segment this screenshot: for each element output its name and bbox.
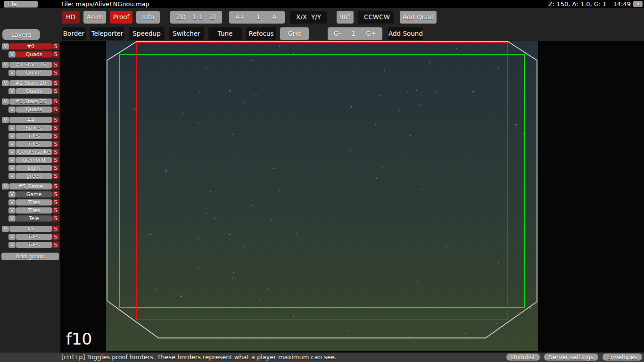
flip-x-button[interactable]: X/X [296, 11, 307, 24]
layer-solo-button[interactable]: S [52, 149, 59, 155]
group-solo-button[interactable]: S [52, 117, 59, 123]
layer-solo-button[interactable]: S [52, 191, 59, 197]
layer-visibility-checkbox[interactable]: V [8, 199, 16, 206]
rotate-cw-button[interactable]: CW [379, 11, 390, 24]
group-visibility-checkbox[interactable]: V [2, 62, 9, 68]
layer-visibility-checkbox[interactable]: V [8, 88, 16, 94]
layer-visibility-checkbox[interactable]: V [8, 207, 16, 214]
layer-visibility-checkbox[interactable]: V [8, 215, 16, 222]
refocus-button[interactable]: Refocus [246, 27, 276, 40]
group-visibility-checkbox[interactable]: V [2, 183, 9, 189]
layer-name[interactable]: Quads [16, 107, 52, 113]
layer-name[interactable]: Quads [16, 51, 52, 58]
layer-solo-button[interactable]: S [52, 70, 59, 76]
grid-decrease-button[interactable]: G- [334, 27, 341, 40]
rotate-90-button[interactable]: 90° [337, 11, 354, 24]
group-solo-button[interactable]: S [52, 43, 59, 49]
anim-speed-down-button[interactable]: A- [272, 11, 279, 24]
group-solo-button[interactable]: S [52, 99, 59, 105]
layer-solo-button[interactable]: S [52, 157, 59, 163]
layer-solo-button[interactable]: S [52, 107, 59, 113]
layer-solo-button[interactable]: S [52, 141, 59, 147]
layer-solo-button[interactable]: S [52, 165, 59, 171]
layer-name[interactable]: Tiles [16, 133, 52, 139]
tune-button[interactable]: Tune [208, 27, 242, 40]
layer-visibility-checkbox[interactable]: V [8, 141, 16, 147]
group-solo-button[interactable]: S [52, 226, 59, 232]
layer-visibility-checkbox[interactable]: V [8, 51, 16, 58]
layer-visibility-checkbox[interactable]: V [8, 107, 16, 113]
anim-toggle[interactable]: Anim [83, 11, 106, 24]
layer-visibility-checkbox[interactable]: V [8, 191, 16, 197]
layer-visibility-checkbox[interactable]: V [8, 70, 16, 76]
server-settings-button[interactable]: Server settings [544, 354, 598, 361]
file-menu-button[interactable]: File [4, 1, 38, 8]
layer-name[interactable]: Tiles [16, 234, 52, 240]
layer-solo-button[interactable]: S [52, 88, 59, 94]
layer-visibility-checkbox[interactable]: V [8, 157, 16, 163]
group-solo-button[interactable]: S [52, 183, 59, 189]
anim-speed-up-button[interactable]: A+ [235, 11, 245, 24]
teleporter-button[interactable]: Teleporter [90, 27, 124, 40]
rotate-ccw-button[interactable]: CCW [364, 11, 379, 24]
group-name[interactable]: #3 Stars 25 [9, 99, 52, 105]
add-quad-button[interactable]: Add Quad [400, 11, 437, 24]
layer-visibility-checkbox[interactable]: V [8, 125, 16, 131]
layer-solo-button[interactable]: S [52, 133, 59, 139]
group-visibility-checkbox[interactable]: V [2, 226, 9, 232]
group-name[interactable]: #6 [9, 226, 52, 232]
layer-visibility-checkbox[interactable]: V [8, 133, 16, 139]
layer-name[interactable]: Quads [16, 88, 52, 94]
speedup-button[interactable]: Speedup [129, 27, 165, 40]
group-name[interactable]: #2 Stars 20 [9, 80, 52, 86]
layer-visibility-checkbox[interactable]: V [8, 234, 16, 240]
layers-panel-header[interactable]: Layers [2, 29, 40, 40]
layer-solo-button[interactable]: S [52, 199, 59, 206]
button-1[interactable]: 1 [351, 27, 355, 40]
layer-visibility-checkbox[interactable]: V [8, 149, 16, 155]
group-visibility-checkbox[interactable]: V [2, 99, 9, 105]
layer-name[interactable]: Tiles [16, 199, 52, 206]
hd-toggle[interactable]: HD [62, 11, 80, 24]
group-name[interactable]: #4 [9, 117, 52, 123]
layer-name[interactable]: Light [16, 165, 52, 171]
layer-name[interactable]: Goldenspike [16, 149, 52, 155]
flip-y-button[interactable]: Y/Y [311, 11, 321, 24]
layer-solo-button[interactable]: S [52, 51, 59, 58]
layer-solo-button[interactable]: S [52, 173, 59, 179]
zoom-in-button[interactable]: ZI [210, 11, 216, 24]
undolist-button[interactable]: Undolist [506, 354, 540, 361]
layer-solo-button[interactable]: S [52, 207, 59, 214]
layer-visibility-checkbox[interactable]: V [8, 242, 16, 248]
layer-visibility-checkbox[interactable]: V [8, 165, 16, 171]
zoom-out-button[interactable]: ZO [176, 11, 186, 24]
layer-name[interactable]: Tele [16, 215, 52, 222]
layer-name[interactable]: Tiles [16, 242, 52, 248]
layer-solo-button[interactable]: S [52, 125, 59, 131]
group-solo-button[interactable]: S [52, 80, 59, 86]
layer-name[interactable]: Spikes [16, 125, 52, 131]
group-visibility-checkbox[interactable]: V [2, 117, 9, 123]
layer-name[interactable]: Tiles [16, 207, 52, 214]
group-solo-button[interactable]: S [52, 62, 59, 68]
add-sound-button[interactable]: Add Sound [388, 27, 423, 40]
layer-name[interactable]: Game [16, 191, 52, 197]
group-visibility-checkbox[interactable]: V [2, 43, 9, 49]
layer-solo-button[interactable]: S [52, 215, 59, 222]
map-view[interactable] [106, 41, 538, 351]
layer-solo-button[interactable]: S [52, 234, 59, 240]
grid-increase-button[interactable]: G+ [366, 27, 376, 40]
anim-speed-value[interactable]: 1 [256, 11, 261, 24]
grid-toggle[interactable]: Grid [280, 27, 309, 40]
layer-visibility-checkbox[interactable]: V [8, 173, 16, 179]
info-toggle[interactable]: Info [136, 11, 160, 24]
layer-solo-button[interactable]: S [52, 242, 59, 248]
layer-name[interactable]: Tiles [16, 141, 52, 147]
close-icon[interactable]: ✕ [633, 1, 643, 7]
zoom-reset-button[interactable]: 1:1 [192, 11, 203, 24]
switcher-button[interactable]: Switcher [169, 27, 204, 40]
group-name[interactable]: #1 Stars 15 [9, 62, 52, 68]
border-button[interactable]: Border [62, 27, 86, 40]
layer-name[interactable]: green [16, 173, 52, 179]
group-visibility-checkbox[interactable]: V [2, 80, 9, 86]
